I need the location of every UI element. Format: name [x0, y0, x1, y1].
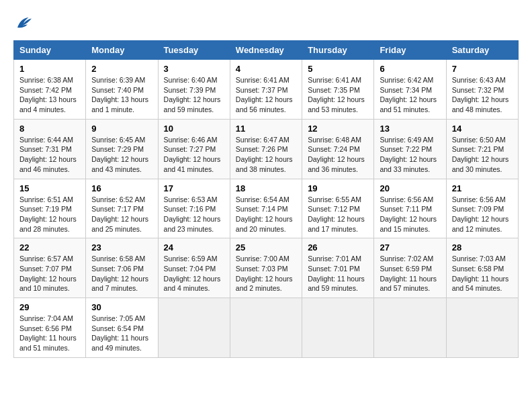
day-info: Sunrise: 6:59 AM Sunset: 7:04 PM Dayligh… [164, 254, 224, 293]
day-cell: 28 Sunrise: 7:03 AM Sunset: 6:58 PM Dayl… [446, 238, 518, 298]
header-day-sunday: Sunday [14, 41, 86, 60]
day-cell [446, 298, 518, 358]
day-number: 9 [91, 124, 152, 134]
day-number: 18 [236, 183, 296, 193]
day-info: Sunrise: 6:41 AM Sunset: 7:35 PM Dayligh… [308, 75, 368, 115]
day-info: Sunrise: 7:03 AM Sunset: 6:58 PM Dayligh… [452, 254, 513, 293]
week-row-1: 1 Sunrise: 6:38 AM Sunset: 7:42 PM Dayli… [14, 60, 519, 120]
day-info: Sunrise: 6:41 AM Sunset: 7:37 PM Dayligh… [236, 75, 296, 115]
day-number: 26 [308, 242, 368, 253]
day-info: Sunrise: 6:42 AM Sunset: 7:34 PM Dayligh… [380, 75, 440, 115]
day-cell: 23 Sunrise: 6:58 AM Sunset: 7:06 PM Dayl… [86, 238, 158, 298]
day-number: 27 [380, 242, 440, 253]
day-number: 29 [19, 302, 80, 312]
day-cell: 26 Sunrise: 7:01 AM Sunset: 7:01 PM Dayl… [302, 238, 374, 298]
day-cell [158, 298, 230, 358]
day-number: 21 [452, 183, 513, 193]
day-number: 10 [164, 124, 224, 134]
day-number: 23 [91, 242, 152, 253]
day-cell: 5 Sunrise: 6:41 AM Sunset: 7:35 PM Dayli… [302, 60, 374, 120]
day-cell: 12 Sunrise: 6:48 AM Sunset: 7:24 PM Dayl… [302, 119, 374, 179]
day-number: 25 [236, 242, 296, 253]
day-cell [230, 298, 302, 358]
day-cell [302, 298, 374, 358]
header-day-thursday: Thursday [302, 41, 374, 60]
day-cell: 8 Sunrise: 6:44 AM Sunset: 7:31 PM Dayli… [14, 119, 86, 179]
header-day-monday: Monday [86, 41, 158, 60]
calendar-table: SundayMondayTuesdayWednesdayThursdayFrid… [13, 40, 519, 358]
day-number: 28 [452, 242, 513, 253]
day-cell: 25 Sunrise: 7:00 AM Sunset: 7:03 PM Dayl… [230, 238, 302, 298]
day-cell: 4 Sunrise: 6:41 AM Sunset: 7:37 PM Dayli… [230, 60, 302, 120]
day-cell: 7 Sunrise: 6:43 AM Sunset: 7:32 PM Dayli… [446, 60, 518, 120]
day-cell: 6 Sunrise: 6:42 AM Sunset: 7:34 PM Dayli… [374, 60, 446, 120]
day-info: Sunrise: 6:48 AM Sunset: 7:24 PM Dayligh… [308, 135, 368, 175]
day-info: Sunrise: 6:51 AM Sunset: 7:19 PM Dayligh… [19, 195, 80, 234]
day-number: 2 [91, 64, 152, 74]
day-info: Sunrise: 6:52 AM Sunset: 7:17 PM Dayligh… [91, 195, 152, 234]
week-row-3: 15 Sunrise: 6:51 AM Sunset: 7:19 PM Dayl… [14, 179, 519, 238]
week-row-4: 22 Sunrise: 6:57 AM Sunset: 7:07 PM Dayl… [14, 238, 519, 298]
day-info: Sunrise: 7:01 AM Sunset: 7:01 PM Dayligh… [308, 254, 368, 293]
day-cell: 19 Sunrise: 6:55 AM Sunset: 7:12 PM Dayl… [302, 179, 374, 238]
day-cell: 17 Sunrise: 6:53 AM Sunset: 7:16 PM Dayl… [158, 179, 230, 238]
day-cell: 27 Sunrise: 7:02 AM Sunset: 6:59 PM Dayl… [374, 238, 446, 298]
day-info: Sunrise: 6:57 AM Sunset: 7:07 PM Dayligh… [19, 254, 80, 293]
day-cell: 30 Sunrise: 7:05 AM Sunset: 6:54 PM Dayl… [86, 298, 158, 358]
day-info: Sunrise: 6:45 AM Sunset: 7:29 PM Dayligh… [91, 135, 152, 175]
day-number: 19 [308, 183, 368, 193]
day-cell: 11 Sunrise: 6:47 AM Sunset: 7:26 PM Dayl… [230, 119, 302, 179]
day-cell: 1 Sunrise: 6:38 AM Sunset: 7:42 PM Dayli… [14, 60, 86, 120]
day-number: 17 [164, 183, 224, 193]
day-cell [374, 298, 446, 358]
day-number: 24 [164, 242, 224, 253]
day-cell: 14 Sunrise: 6:50 AM Sunset: 7:21 PM Dayl… [446, 119, 518, 179]
day-info: Sunrise: 6:54 AM Sunset: 7:14 PM Dayligh… [236, 195, 296, 234]
day-info: Sunrise: 6:53 AM Sunset: 7:16 PM Dayligh… [164, 195, 224, 234]
day-number: 1 [19, 64, 80, 74]
day-info: Sunrise: 6:58 AM Sunset: 7:06 PM Dayligh… [91, 254, 152, 293]
day-number: 12 [308, 124, 368, 134]
day-info: Sunrise: 7:02 AM Sunset: 6:59 PM Dayligh… [380, 254, 440, 293]
day-cell: 16 Sunrise: 6:52 AM Sunset: 7:17 PM Dayl… [86, 179, 158, 238]
week-row-2: 8 Sunrise: 6:44 AM Sunset: 7:31 PM Dayli… [14, 119, 519, 179]
day-number: 30 [91, 302, 152, 312]
day-info: Sunrise: 7:04 AM Sunset: 6:56 PM Dayligh… [19, 314, 80, 353]
day-number: 7 [452, 64, 513, 74]
day-number: 3 [164, 64, 224, 74]
day-info: Sunrise: 7:00 AM Sunset: 7:03 PM Dayligh… [236, 254, 296, 293]
day-info: Sunrise: 6:43 AM Sunset: 7:32 PM Dayligh… [452, 75, 513, 115]
day-number: 13 [380, 124, 440, 134]
day-cell: 18 Sunrise: 6:54 AM Sunset: 7:14 PM Dayl… [230, 179, 302, 238]
day-number: 5 [308, 64, 368, 74]
day-info: Sunrise: 6:47 AM Sunset: 7:26 PM Dayligh… [236, 135, 296, 175]
day-cell: 2 Sunrise: 6:39 AM Sunset: 7:40 PM Dayli… [86, 60, 158, 120]
day-info: Sunrise: 6:50 AM Sunset: 7:21 PM Dayligh… [452, 135, 513, 175]
day-cell: 9 Sunrise: 6:45 AM Sunset: 7:29 PM Dayli… [86, 119, 158, 179]
day-info: Sunrise: 7:05 AM Sunset: 6:54 PM Dayligh… [91, 314, 152, 353]
day-number: 6 [380, 64, 440, 74]
calendar-header: SundayMondayTuesdayWednesdayThursdayFrid… [14, 41, 519, 60]
day-number: 22 [19, 242, 80, 253]
header-day-friday: Friday [374, 41, 446, 60]
day-cell: 3 Sunrise: 6:40 AM Sunset: 7:39 PM Dayli… [158, 60, 230, 120]
day-cell: 22 Sunrise: 6:57 AM Sunset: 7:07 PM Dayl… [14, 238, 86, 298]
day-cell: 13 Sunrise: 6:49 AM Sunset: 7:22 PM Dayl… [374, 119, 446, 179]
day-info: Sunrise: 6:56 AM Sunset: 7:11 PM Dayligh… [380, 195, 440, 234]
week-row-5: 29 Sunrise: 7:04 AM Sunset: 6:56 PM Dayl… [14, 298, 519, 358]
day-number: 16 [91, 183, 152, 193]
day-cell: 24 Sunrise: 6:59 AM Sunset: 7:04 PM Dayl… [158, 238, 230, 298]
day-info: Sunrise: 6:56 AM Sunset: 7:09 PM Dayligh… [452, 195, 513, 234]
day-number: 20 [380, 183, 440, 193]
day-info: Sunrise: 6:39 AM Sunset: 7:40 PM Dayligh… [91, 75, 152, 115]
day-info: Sunrise: 6:49 AM Sunset: 7:22 PM Dayligh… [380, 135, 440, 175]
header-day-tuesday: Tuesday [158, 41, 230, 60]
day-number: 15 [19, 183, 80, 193]
day-info: Sunrise: 6:38 AM Sunset: 7:42 PM Dayligh… [19, 75, 80, 115]
logo-icon [13, 13, 34, 34]
header-day-saturday: Saturday [446, 41, 518, 60]
day-cell: 29 Sunrise: 7:04 AM Sunset: 6:56 PM Dayl… [14, 298, 86, 358]
day-number: 14 [452, 124, 513, 134]
day-number: 4 [236, 64, 296, 74]
day-info: Sunrise: 6:44 AM Sunset: 7:31 PM Dayligh… [19, 135, 80, 175]
